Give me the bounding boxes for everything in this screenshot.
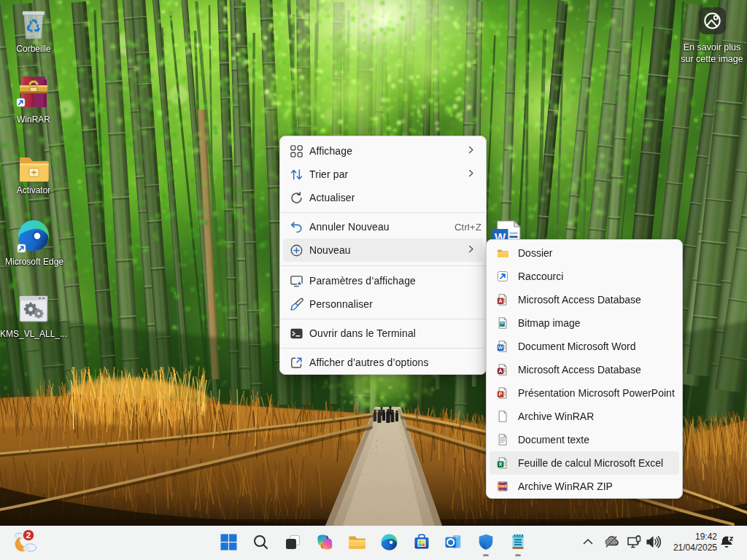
svg-text:A: A bbox=[499, 298, 503, 303]
svg-text:2: 2 bbox=[26, 531, 31, 540]
svg-text:A: A bbox=[499, 368, 503, 373]
svg-text:X: X bbox=[499, 462, 503, 467]
svg-text:W: W bbox=[498, 345, 503, 350]
svg-text:P: P bbox=[499, 392, 503, 397]
